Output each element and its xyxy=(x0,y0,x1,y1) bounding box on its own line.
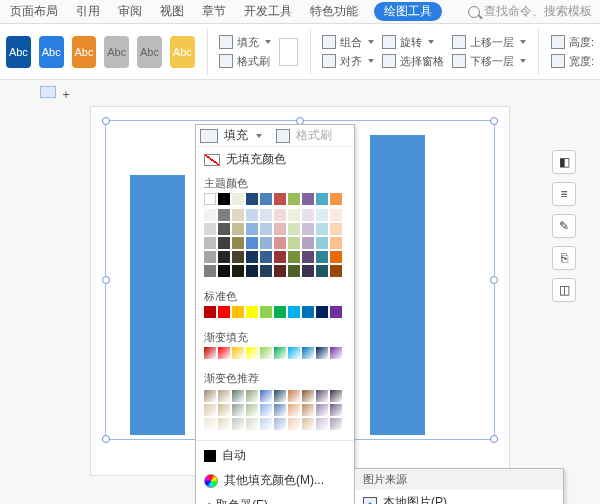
color-swatch[interactable] xyxy=(218,390,230,402)
color-swatch[interactable] xyxy=(316,418,328,430)
color-swatch[interactable] xyxy=(218,418,230,430)
color-swatch[interactable] xyxy=(232,265,244,277)
color-swatch[interactable] xyxy=(316,193,328,205)
document-tab[interactable] xyxy=(40,86,56,98)
color-swatch[interactable] xyxy=(246,418,258,430)
tab-review[interactable]: 审阅 xyxy=(116,3,144,20)
color-swatch[interactable] xyxy=(246,223,258,235)
color-swatch[interactable] xyxy=(316,251,328,263)
local-picture-item[interactable]: 本地图片(P)... xyxy=(355,490,563,504)
more-colors-item[interactable]: 其他填充颜色(M)... xyxy=(196,468,354,493)
bring-forward-button[interactable]: 上移一层 xyxy=(452,35,526,50)
color-swatch[interactable] xyxy=(218,193,230,205)
color-swatch[interactable] xyxy=(260,306,272,318)
color-swatch[interactable] xyxy=(218,265,230,277)
color-swatch[interactable] xyxy=(260,237,272,249)
color-swatch[interactable] xyxy=(302,390,314,402)
tab-dev-tools[interactable]: 开发工具 xyxy=(242,3,294,20)
color-swatch[interactable] xyxy=(260,404,272,416)
handle-se[interactable] xyxy=(490,435,498,443)
tab-special[interactable]: 特色功能 xyxy=(308,3,360,20)
color-swatch[interactable] xyxy=(260,193,272,205)
color-swatch[interactable] xyxy=(274,209,286,221)
tab-page-layout[interactable]: 页面布局 xyxy=(8,3,60,20)
color-swatch[interactable] xyxy=(246,404,258,416)
color-swatch[interactable] xyxy=(316,347,328,359)
color-swatch[interactable] xyxy=(302,237,314,249)
color-swatch[interactable] xyxy=(330,251,342,263)
group-button[interactable]: 组合 xyxy=(322,35,374,50)
color-swatch[interactable] xyxy=(316,306,328,318)
handle-sw[interactable] xyxy=(102,435,110,443)
color-swatch[interactable] xyxy=(302,223,314,235)
color-swatch[interactable] xyxy=(288,223,300,235)
color-swatch[interactable] xyxy=(288,193,300,205)
text-direction-button[interactable] xyxy=(279,38,298,66)
color-swatch[interactable] xyxy=(204,251,216,263)
handle-w[interactable] xyxy=(102,276,110,284)
color-swatch[interactable] xyxy=(330,223,342,235)
color-swatch[interactable] xyxy=(302,209,314,221)
color-swatch[interactable] xyxy=(260,223,272,235)
color-swatch[interactable] xyxy=(246,390,258,402)
color-swatch[interactable] xyxy=(302,306,314,318)
color-swatch[interactable] xyxy=(330,265,342,277)
rotate-button[interactable]: 旋转 xyxy=(382,35,444,50)
color-swatch[interactable] xyxy=(246,237,258,249)
search-box[interactable]: 查找命令、搜索模板 xyxy=(468,3,592,20)
color-swatch[interactable] xyxy=(218,251,230,263)
color-swatch[interactable] xyxy=(316,404,328,416)
color-swatch[interactable] xyxy=(274,404,286,416)
color-swatch[interactable] xyxy=(260,265,272,277)
color-swatch[interactable] xyxy=(316,390,328,402)
color-swatch[interactable] xyxy=(204,418,216,430)
color-swatch[interactable] xyxy=(204,209,216,221)
color-swatch[interactable] xyxy=(218,347,230,359)
color-swatch[interactable] xyxy=(330,390,342,402)
color-swatch[interactable] xyxy=(288,209,300,221)
color-swatch[interactable] xyxy=(204,237,216,249)
color-swatch[interactable] xyxy=(302,347,314,359)
color-swatch[interactable] xyxy=(288,237,300,249)
shape-style-4[interactable]: Abc xyxy=(104,36,129,68)
color-swatch[interactable] xyxy=(204,306,216,318)
color-swatch[interactable] xyxy=(218,306,230,318)
tab-references[interactable]: 引用 xyxy=(74,3,102,20)
handle-nw[interactable] xyxy=(102,117,110,125)
color-swatch[interactable] xyxy=(288,347,300,359)
color-swatch[interactable] xyxy=(218,209,230,221)
color-swatch[interactable] xyxy=(260,209,272,221)
color-swatch[interactable] xyxy=(218,237,230,249)
handle-e[interactable] xyxy=(490,276,498,284)
color-swatch[interactable] xyxy=(246,193,258,205)
color-swatch[interactable] xyxy=(330,404,342,416)
color-swatch[interactable] xyxy=(330,237,342,249)
color-swatch[interactable] xyxy=(288,418,300,430)
color-swatch[interactable] xyxy=(232,404,244,416)
color-swatch[interactable] xyxy=(260,390,272,402)
color-swatch[interactable] xyxy=(316,237,328,249)
tool-link[interactable]: ⎘ xyxy=(552,246,576,270)
color-swatch[interactable] xyxy=(232,223,244,235)
color-swatch[interactable] xyxy=(302,404,314,416)
shape-style-5[interactable]: Abc xyxy=(137,36,162,68)
bar-1[interactable] xyxy=(130,175,185,435)
color-swatch[interactable] xyxy=(288,390,300,402)
tab-view[interactable]: 视图 xyxy=(158,3,186,20)
color-swatch[interactable] xyxy=(204,265,216,277)
color-swatch[interactable] xyxy=(260,347,272,359)
color-swatch[interactable] xyxy=(316,265,328,277)
color-swatch[interactable] xyxy=(218,223,230,235)
color-swatch[interactable] xyxy=(232,418,244,430)
color-swatch[interactable] xyxy=(302,193,314,205)
color-swatch[interactable] xyxy=(204,223,216,235)
color-swatch[interactable] xyxy=(232,390,244,402)
shape-style-3[interactable]: Abc xyxy=(72,36,97,68)
color-swatch[interactable] xyxy=(204,404,216,416)
send-backward-button[interactable]: 下移一层 xyxy=(452,54,526,69)
color-swatch[interactable] xyxy=(246,209,258,221)
format-painter-button[interactable]: 格式刷 xyxy=(219,54,271,69)
tool-pen[interactable]: ✎ xyxy=(552,214,576,238)
color-swatch[interactable] xyxy=(330,347,342,359)
no-fill-item[interactable]: 无填充颜色 xyxy=(196,147,354,172)
